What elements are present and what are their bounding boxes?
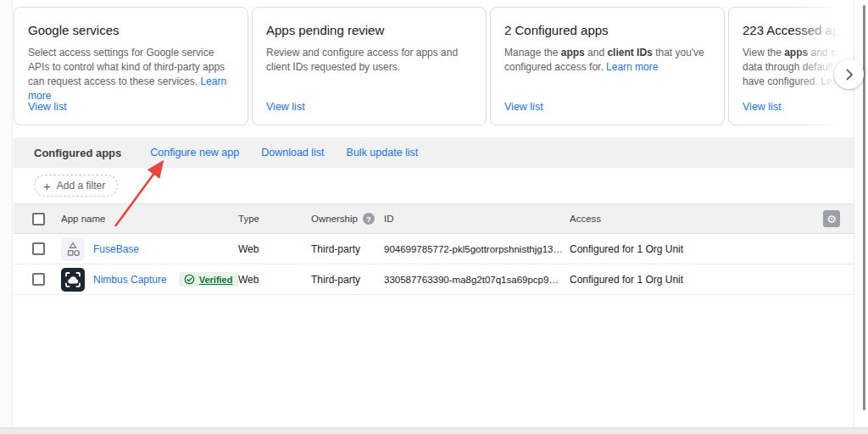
- add-filter-label: Add a filter: [57, 180, 105, 192]
- column-type: Type: [238, 214, 311, 224]
- column-app-name: App name: [61, 214, 238, 224]
- card-title: Apps pending review: [266, 23, 472, 37]
- row-checkbox-cell: [14, 273, 61, 286]
- app-name-link[interactable]: Nimbus Capture: [93, 274, 167, 286]
- row-checkbox[interactable]: [32, 273, 45, 286]
- card-body-bold: client IDs: [607, 47, 652, 58]
- card-accessed-apps: 223 Accessed apps View the apps and clie…: [728, 7, 854, 125]
- configured-apps-toolbar: Configured apps Configure new app Downlo…: [14, 137, 854, 168]
- chevron-right-icon: [841, 66, 858, 83]
- configure-new-app-link[interactable]: Configure new app: [150, 147, 239, 159]
- download-list-link[interactable]: Download list: [261, 147, 324, 159]
- type-cell: Web: [238, 274, 311, 286]
- filter-row: + Add a filter: [14, 168, 854, 203]
- select-all-checkbox[interactable]: [32, 213, 45, 225]
- card-title: Google services: [28, 23, 234, 37]
- table-header: App name Type Ownership ? ID Access ⚙: [14, 203, 854, 234]
- page-bottom-strip: [0, 427, 868, 434]
- card-body-text: and: [585, 47, 608, 58]
- carousel-next-button[interactable]: [834, 59, 864, 89]
- card-body-bold: apps: [561, 47, 585, 58]
- app-name-link[interactable]: FuseBase: [93, 243, 139, 255]
- bulk-update-list-link[interactable]: Bulk update list: [347, 147, 419, 159]
- verified-badge: Verified: [179, 272, 238, 287]
- page-left-gutter: [0, 0, 13, 427]
- ownership-cell: Third-party: [311, 274, 384, 286]
- summary-cards: Google services Select access settings f…: [14, 7, 854, 126]
- view-list-link[interactable]: View list: [28, 101, 67, 113]
- card-body-text: Manage the: [504, 47, 561, 58]
- ownership-cell: Third-party: [311, 243, 384, 255]
- toolbar-actions: Configure new app Download list Bulk upd…: [150, 147, 418, 159]
- nimbus-capture-app-icon: [61, 268, 85, 292]
- app-name-cell: FuseBase: [61, 237, 238, 261]
- manage-columns-button[interactable]: ⚙: [823, 210, 840, 227]
- help-icon[interactable]: ?: [363, 213, 375, 225]
- card-configured-apps: 2 Configured apps Manage the apps and cl…: [490, 7, 725, 125]
- access-cell: Configured for 1 Org Unit: [570, 243, 811, 255]
- verified-check-icon: [184, 274, 195, 285]
- card-title: 2 Configured apps: [504, 23, 710, 37]
- learn-more-link[interactable]: Learn more: [606, 61, 658, 73]
- gear-icon: ⚙: [826, 214, 837, 225]
- table-row-fusebase: FuseBase Web Third-party 904699785772-pk…: [14, 234, 854, 264]
- type-cell: Web: [238, 243, 311, 255]
- id-cell: 904699785772-pkl5gottrorpshnisthjg13ssn9…: [384, 244, 570, 254]
- section-title: Configured apps: [34, 147, 121, 159]
- card-apps-pending-review: Apps pending review Review and configure…: [252, 7, 487, 125]
- header-settings-cell: ⚙: [811, 210, 854, 227]
- add-filter-button[interactable]: + Add a filter: [34, 175, 118, 197]
- column-ownership: Ownership ?: [311, 213, 384, 225]
- app-name-cell: Nimbus Capture Verified: [61, 268, 238, 292]
- card-title: 223 Accessed apps: [743, 23, 854, 37]
- card-body-line: View the apps and client IDs t: [743, 46, 854, 60]
- card-body-text: Review and configure access for apps and…: [266, 47, 458, 73]
- id-cell: 330587763390-ma8g2t07q1sa69pcp9kgo1j2v4.…: [384, 275, 570, 285]
- plus-icon: +: [43, 179, 51, 193]
- view-list-link[interactable]: View list: [743, 101, 782, 113]
- row-checkbox[interactable]: [32, 242, 45, 255]
- fusebase-app-icon: [61, 237, 85, 261]
- view-list-link[interactable]: View list: [266, 101, 305, 113]
- table-row-nimbus-capture: Nimbus Capture Verified Web Third-party …: [14, 264, 854, 295]
- header-checkbox-cell: [14, 213, 61, 225]
- card-body: Select access settings for Google servic…: [28, 46, 234, 103]
- column-id: ID: [384, 214, 570, 224]
- scrollbar-thumb[interactable]: [863, 5, 865, 410]
- view-list-link[interactable]: View list: [504, 101, 543, 113]
- column-access: Access: [570, 214, 811, 224]
- access-cell: Configured for 1 Org Unit: [570, 274, 811, 286]
- verified-label: Verified: [199, 275, 233, 285]
- card-google-services: Google services Select access settings f…: [14, 7, 248, 125]
- card-body: Review and configure access for apps and…: [266, 46, 472, 75]
- card-body-text: Select access settings for Google servic…: [28, 47, 225, 87]
- row-checkbox-cell: [14, 242, 61, 255]
- card-body: Manage the apps and client IDs that you'…: [504, 46, 710, 75]
